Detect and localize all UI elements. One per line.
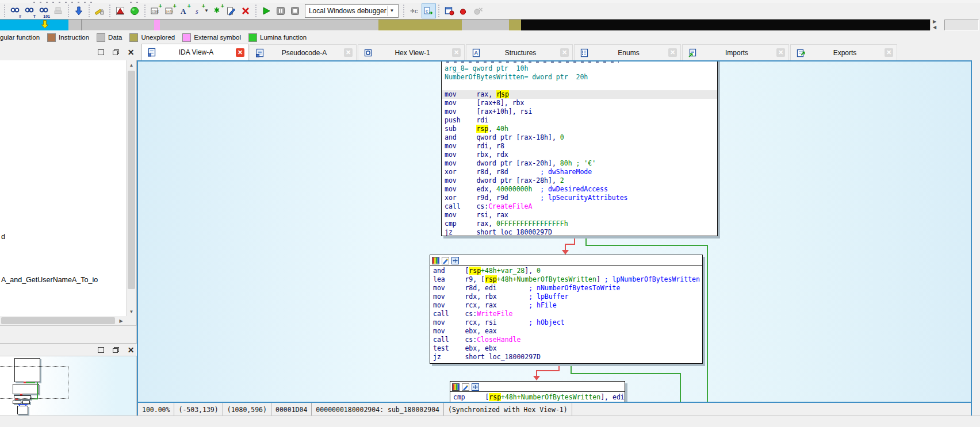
asm-line[interactable]: xor r9d, r9d ; lpSecurityAttributes [445,194,717,202]
navband-left-arrow-icon[interactable]: ◀ [933,25,942,30]
tab-ida-view-a[interactable]: IDA View-A✕ [141,44,248,60]
problems-list-icon[interactable] [113,3,127,18]
pause-debugger-icon[interactable] [274,3,288,18]
make-array-icon[interactable]: + [210,3,224,18]
tab-exports[interactable]: Exports✕ [790,44,897,60]
asm-line[interactable]: test ebx, ebx [433,344,702,353]
debugger-select[interactable]: Local Windows debugger▼ [305,4,399,18]
panel-restore-button[interactable] [112,48,120,56]
asm-line[interactable] [445,82,717,90]
asm-line[interactable]: arg_8= qword ptr 10h [445,64,717,73]
asm-line[interactable]: jz short loc_18000297D [433,353,702,361]
toolbar-drag-handle[interactable] [108,5,111,17]
search-number-icon[interactable]: # [7,3,22,18]
asm-line[interactable]: NumberOfBytesWritten= dword ptr 20h [445,73,717,82]
asm-line[interactable]: cmp [rsp+48h+NumberOfBytesWritten], edi [453,393,625,402]
disassembly-graph-area[interactable]: arg_8= qword ptr 10hNumberOfBytesWritten… [138,61,971,402]
tab-close-icon[interactable]: ✕ [885,48,893,57]
search-binary-icon[interactable]: 101 [36,3,51,18]
edit-node-color-icon[interactable] [442,257,449,264]
navband-right-arrow-icon[interactable]: ▶ [933,20,942,24]
regular-function-region[interactable] [0,20,68,30]
chevron-down-icon[interactable]: ▼ [387,6,396,16]
asm-line[interactable]: call cs:WriteFile [433,310,702,318]
make-data-icon[interactable]: DATA+ [162,3,177,18]
navband-scroll-arrows[interactable]: ▶ ◀ [933,20,942,30]
make-string-icon[interactable]: s+ [191,3,205,18]
graph-overview-map[interactable] [0,356,137,416]
asm-line[interactable]: mov rcx, rax ; hFile [433,301,702,310]
add-breakpoint-icon[interactable] [457,3,471,18]
undefine-icon[interactable] [239,3,253,18]
tab-pseudocode-a[interactable]: Pseudocode-A✕ [250,44,357,60]
asm-line[interactable]: mov rcx, rsi ; hObject [433,318,702,327]
tab-imports[interactable]: Imports✕ [682,44,789,60]
panel-minimize-button[interactable] [97,48,105,56]
stop-debugger-icon[interactable] [288,3,303,18]
panel-close-button[interactable]: ✕ [127,48,135,56]
vertical-scrollbar[interactable]: ▲ ▼ [126,60,136,316]
asm-line[interactable]: xor r8d, r8d ; dwShareMode [445,168,717,176]
toolbar-drag-handle[interactable] [3,5,6,17]
jump-address-icon[interactable] [71,3,86,18]
highlight-lock-icon[interactable] [92,3,106,18]
external-symbol-region[interactable] [154,20,160,30]
navigation-ok-icon[interactable] [127,3,141,18]
scroll-up-icon[interactable]: ▲ [127,60,136,70]
asm-line[interactable]: mov edx, 40000000h ; dwDesiredAccess [445,185,717,194]
unexplored-region-2[interactable] [509,20,521,30]
node-color-palette-icon[interactable] [432,257,439,264]
asm-line[interactable]: mov dword ptr [rax-28h], 2 [445,176,717,185]
panel-restore-button[interactable] [112,346,120,353]
group-nodes-icon[interactable] [451,257,459,264]
panel-minimize-button[interactable] [97,346,105,353]
asm-line[interactable]: mov rsi, rax [445,211,717,220]
block-check-byteswritten[interactable]: cmp [rsp+48h+NumberOfBytesWritten], edi [450,381,625,402]
unmapped-region[interactable] [521,20,930,30]
panel-close-button[interactable]: ✕ [127,346,135,353]
function-list-item[interactable]: A_and_GetUserNameA_To_io [1,276,98,284]
asm-line[interactable]: mov dword ptr [rax-20h], 80h ; '€' [445,159,717,168]
asm-line[interactable]: push rdi [445,116,717,125]
tab-hex-view-1[interactable]: Hex View-1✕ [358,44,465,60]
scroll-right-icon[interactable]: ▶ [116,316,126,325]
node-color-palette-icon[interactable] [452,383,460,391]
search-text-icon[interactable]: T [22,3,36,18]
asm-line[interactable]: mov r8d, edi ; nNumberOfBytesToWrite [433,284,702,293]
scroll-down-icon[interactable]: ▼ [127,307,136,316]
asm-line[interactable]: call cs:CreateFileA [445,202,717,211]
asm-line[interactable]: jz short loc_18000297D [445,228,717,236]
asm-line[interactable]: mov rdi, r8 [445,142,717,151]
toolbar-drag-handle[interactable] [143,5,146,17]
delete-breakpoint-icon[interactable] [471,3,485,18]
block-createfile[interactable]: arg_8= qword ptr 10hNumberOfBytesWritten… [441,61,718,236]
unexplored-region[interactable] [378,20,462,30]
asm-line[interactable]: cmp rax, 0FFFFFFFFFFFFFFFFh [445,220,717,228]
tab-close-icon[interactable]: ✕ [668,48,677,57]
asm-line[interactable]: mov rdx, rbx ; lpBuffer [433,293,702,301]
dock-splitter[interactable] [0,326,137,343]
tab-close-icon[interactable]: ✕ [776,48,785,57]
tab-close-icon[interactable]: ✕ [560,48,569,57]
scrollbar-thumb[interactable] [128,71,135,289]
edit-function-icon[interactable] [224,3,239,18]
toolbar-drag-handle[interactable] [403,5,405,17]
start-debugger-icon[interactable] [259,3,274,18]
tab-structures[interactable]: AStructures✕ [466,44,573,60]
asm-line[interactable]: sub rsp, 40h [445,125,717,133]
asm-line[interactable]: mov [rax+8], rbx [445,99,717,107]
edit-node-color-icon[interactable] [462,383,469,391]
navband-track[interactable] [0,19,931,31]
asm-line[interactable]: mov ebx, eax [433,327,702,336]
search-again-icon[interactable] [51,3,65,18]
attach-process-icon[interactable]: c [407,3,422,18]
scrollbar-thumb[interactable] [1,317,115,324]
asm-line[interactable]: call cs:CloseHandle [433,336,702,344]
breakpoint-list-icon[interactable] [442,3,457,18]
navigation-band[interactable]: ▶ ◀ [0,18,980,31]
horizontal-scrollbar[interactable]: ▶ [0,316,137,326]
asm-line[interactable]: mov rax, rsp [442,90,717,99]
asm-line[interactable]: and [rsp+48h+var_28], 0 [433,267,702,275]
function-list-item[interactable]: d [1,233,5,241]
make-code-icon[interactable]: CODE+ [148,3,162,18]
